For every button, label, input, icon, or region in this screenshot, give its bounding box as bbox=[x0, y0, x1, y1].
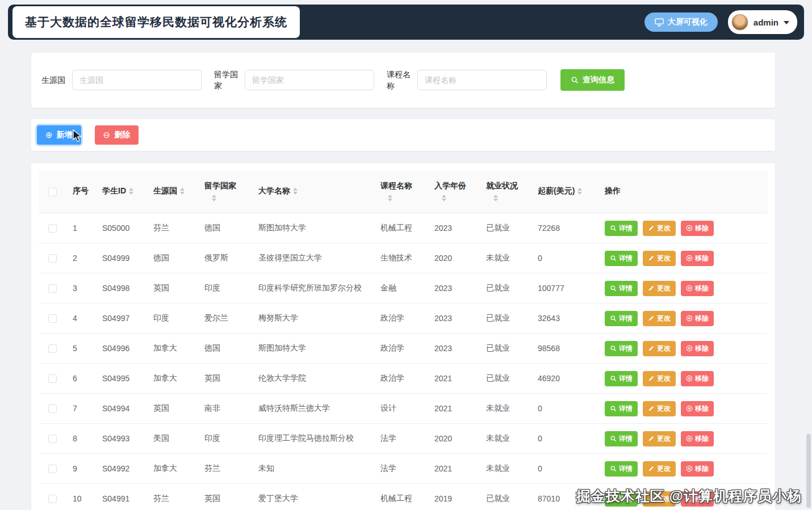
column-label: 学生ID bbox=[102, 186, 126, 196]
search-button[interactable]: 查询信息 bbox=[560, 69, 625, 91]
detail-button[interactable]: 详情 bbox=[605, 401, 638, 416]
row-checkbox[interactable] bbox=[48, 254, 57, 263]
actions-cell: 详情更改移除 bbox=[598, 454, 768, 484]
sort-icon[interactable] bbox=[129, 188, 133, 195]
column-header-3[interactable]: 留学国家 bbox=[198, 170, 252, 213]
vertical-scrollbar[interactable] bbox=[806, 434, 811, 508]
row-checkbox[interactable] bbox=[48, 314, 57, 323]
cell: 3 bbox=[66, 273, 95, 304]
row-checkbox[interactable] bbox=[48, 404, 57, 413]
edit-button[interactable]: 更改 bbox=[643, 461, 676, 477]
remove-button[interactable]: 移除 bbox=[681, 401, 714, 416]
destination-country-input[interactable] bbox=[245, 70, 374, 90]
detail-button[interactable]: 详情 bbox=[605, 431, 638, 446]
detail-button[interactable]: 详情 bbox=[605, 311, 638, 326]
detail-button[interactable]: 详情 bbox=[605, 461, 638, 477]
cell: 2020 bbox=[428, 424, 479, 454]
search-icon bbox=[610, 315, 617, 322]
course-name-input[interactable] bbox=[417, 70, 547, 90]
search-icon bbox=[610, 465, 617, 472]
edit-button[interactable]: 更改 bbox=[643, 401, 676, 416]
column-header-6[interactable]: 入学年份 bbox=[428, 170, 479, 213]
cell: 金融 bbox=[374, 273, 428, 304]
app-header: 基于大数据的全球留学移民数据可视化分析系统 大屏可视化 admin bbox=[8, 5, 804, 40]
edit-button[interactable]: 更改 bbox=[643, 221, 676, 236]
column-header-5[interactable]: 课程名称 bbox=[374, 170, 428, 213]
edit-button[interactable]: 更改 bbox=[643, 371, 676, 386]
delete-button[interactable]: ⊖ 删除 bbox=[95, 125, 139, 145]
actions-cell: 详情更改移除 bbox=[598, 394, 768, 424]
row-checkbox[interactable] bbox=[48, 374, 57, 383]
remove-button[interactable]: 移除 bbox=[681, 221, 714, 236]
detail-button[interactable]: 详情 bbox=[605, 341, 638, 356]
edit-button[interactable]: 更改 bbox=[643, 341, 676, 356]
table-row: 8S04993美国印度印度理工学院马德拉斯分校法学2020未就业0详情更改移除 bbox=[39, 424, 768, 454]
page-title-box: 基于大数据的全球留学移民数据可视化分析系统 bbox=[12, 6, 300, 38]
cell: S04994 bbox=[95, 394, 147, 424]
cell: 芬兰 bbox=[147, 484, 198, 510]
column-header-2[interactable]: 生源国 bbox=[147, 170, 198, 213]
column-label: 操作 bbox=[605, 186, 621, 196]
cell: 政治学 bbox=[374, 304, 428, 334]
row-checkbox[interactable] bbox=[48, 465, 57, 473]
cell: 斯图加特大学 bbox=[252, 213, 374, 243]
remove-button[interactable]: 移除 bbox=[681, 311, 714, 326]
cell: 未就业 bbox=[479, 394, 531, 424]
column-header-7[interactable]: 就业状况 bbox=[479, 170, 531, 213]
table-row: 7S04994英国南非威特沃特斯兰德大学设计2021未就业0详情更改移除 bbox=[39, 394, 768, 424]
row-checkbox[interactable] bbox=[48, 284, 57, 293]
remove-button[interactable]: 移除 bbox=[681, 461, 714, 477]
row-checkbox[interactable] bbox=[48, 344, 57, 353]
column-header-4[interactable]: 大学名称 bbox=[252, 170, 374, 213]
user-menu[interactable]: admin bbox=[728, 10, 797, 34]
edit-button[interactable]: 更改 bbox=[643, 251, 676, 266]
students-table-card: 序号学生ID生源国留学国家大学名称课程名称入学年份就业状况起薪(美元)操作 1S… bbox=[31, 163, 775, 510]
edit-icon bbox=[648, 465, 655, 472]
edit-icon bbox=[648, 345, 655, 352]
sort-icon[interactable] bbox=[293, 188, 298, 195]
search-icon bbox=[610, 375, 617, 382]
cell: 俄罗斯 bbox=[198, 243, 252, 273]
cell: 法学 bbox=[374, 454, 428, 484]
cell: 8 bbox=[66, 424, 95, 454]
remove-button[interactable]: 移除 bbox=[681, 251, 714, 266]
edit-button[interactable]: 更改 bbox=[643, 431, 676, 446]
sort-icon[interactable] bbox=[388, 195, 392, 201]
detail-button[interactable]: 详情 bbox=[605, 251, 638, 266]
row-checkbox[interactable] bbox=[48, 435, 57, 443]
destination-country-label: 留学国家 bbox=[214, 69, 239, 92]
bigscreen-button[interactable]: 大屏可视化 bbox=[644, 12, 718, 32]
select-all-checkbox[interactable] bbox=[48, 188, 57, 196]
search-icon bbox=[610, 285, 617, 292]
remove-button[interactable]: 移除 bbox=[681, 281, 714, 296]
remove-button[interactable]: 移除 bbox=[681, 341, 714, 356]
edit-button[interactable]: 更改 bbox=[643, 311, 676, 326]
username: admin bbox=[754, 18, 778, 27]
edit-button[interactable]: 更改 bbox=[643, 281, 676, 296]
cell: 伦敦大学学院 bbox=[252, 364, 374, 394]
detail-button[interactable]: 详情 bbox=[605, 221, 638, 236]
detail-button[interactable]: 详情 bbox=[605, 281, 638, 296]
row-checkbox[interactable] bbox=[48, 495, 57, 503]
sort-icon[interactable] bbox=[212, 195, 216, 201]
cell: 未知 bbox=[252, 454, 374, 484]
row-checkbox[interactable] bbox=[48, 224, 57, 233]
cell: 2023 bbox=[428, 273, 479, 304]
column-header-1[interactable]: 学生ID bbox=[95, 170, 147, 213]
add-button[interactable]: ⊕ 新增 bbox=[37, 125, 81, 145]
sort-icon[interactable] bbox=[577, 188, 582, 195]
detail-button[interactable]: 详情 bbox=[605, 371, 638, 386]
cell: 芬兰 bbox=[147, 213, 198, 243]
delete-button-label: 删除 bbox=[114, 130, 130, 140]
column-header-8[interactable]: 起薪(美元) bbox=[531, 170, 598, 213]
sort-icon[interactable] bbox=[493, 195, 498, 201]
cell: S04995 bbox=[95, 364, 147, 394]
bigscreen-label: 大屏可视化 bbox=[668, 17, 708, 27]
remove-button[interactable]: 移除 bbox=[681, 371, 714, 386]
origin-country-input[interactable] bbox=[72, 70, 202, 90]
sort-icon[interactable] bbox=[180, 188, 185, 195]
remove-button[interactable]: 移除 bbox=[681, 431, 714, 446]
cell: 4 bbox=[66, 304, 95, 334]
cell: 美国 bbox=[147, 424, 198, 454]
sort-icon[interactable] bbox=[442, 195, 446, 201]
